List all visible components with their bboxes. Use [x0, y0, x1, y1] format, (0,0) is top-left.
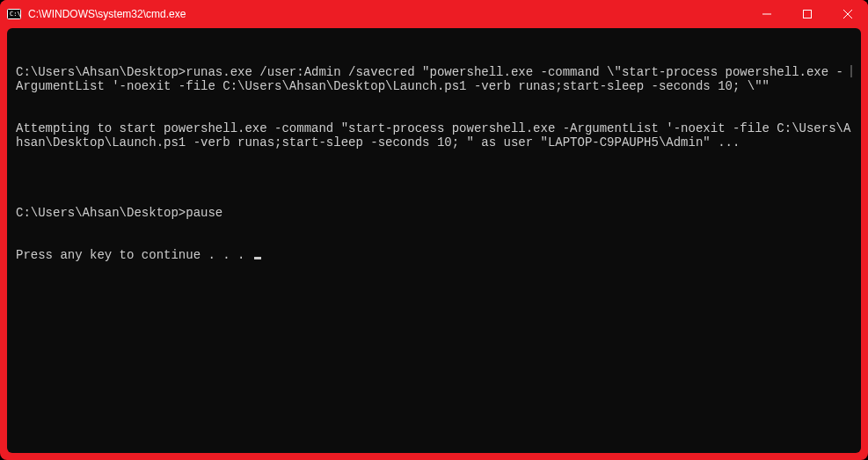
- minimize-button[interactable]: [747, 0, 787, 28]
- terminal-line: Press any key to continue . . .: [16, 248, 852, 262]
- cmd-icon: C:\: [7, 7, 21, 21]
- scrollbar-hint[interactable]: [850, 65, 852, 77]
- terminal-text: Press any key to continue . . .: [16, 248, 252, 262]
- maximize-icon: [803, 10, 812, 18]
- titlebar[interactable]: C:\ C:\WINDOWS\system32\cmd.exe: [0, 0, 868, 28]
- window-title: C:\WINDOWS\system32\cmd.exe: [28, 8, 186, 20]
- terminal-line: Attempting to start powershell.exe -comm…: [16, 121, 852, 150]
- cursor: [254, 257, 261, 259]
- close-icon: [843, 10, 852, 18]
- minimize-icon: [762, 10, 771, 18]
- terminal-wrap: C:\Users\Ahsan\Desktop>runas.exe /user:A…: [0, 28, 868, 460]
- window-controls: [747, 0, 868, 28]
- close-button[interactable]: [828, 0, 868, 28]
- maximize-button[interactable]: [787, 0, 828, 28]
- terminal[interactable]: C:\Users\Ahsan\Desktop>runas.exe /user:A…: [7, 28, 861, 453]
- terminal-line: C:\Users\Ahsan\Desktop>runas.exe /user:A…: [16, 65, 847, 93]
- svg-text:C:\: C:\: [10, 11, 21, 18]
- svg-rect-3: [804, 11, 812, 18]
- terminal-line: C:\Users\Ahsan\Desktop>pause: [16, 206, 852, 220]
- cmd-window: C:\ C:\WINDOWS\system32\cmd.exe: [0, 0, 868, 460]
